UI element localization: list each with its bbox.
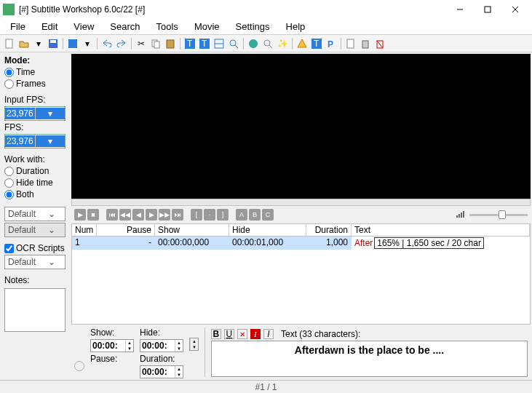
svg-line-18 bbox=[235, 45, 238, 48]
color-button[interactable]: I bbox=[250, 329, 261, 339]
show-field[interactable]: 00:00:▲▼ bbox=[90, 339, 134, 352]
menu-movie[interactable]: Movie bbox=[187, 20, 227, 33]
menu-settings[interactable]: Settings bbox=[229, 20, 277, 33]
text-counter: Text (33 characters): bbox=[281, 329, 360, 339]
toggle-dropdown-icon[interactable]: ▾ bbox=[81, 37, 94, 50]
italic-button[interactable]: I bbox=[263, 329, 274, 339]
tool-search-icon[interactable] bbox=[261, 37, 274, 50]
paste-icon[interactable] bbox=[164, 37, 177, 50]
ww-duration-radio[interactable]: Duration bbox=[4, 166, 65, 176]
menu-search[interactable]: Search bbox=[103, 20, 147, 33]
down-icon[interactable]: ▼ bbox=[175, 372, 183, 378]
table-row[interactable]: 1 - 00:00:00,000 00:00:01,000 1,000 Afte… bbox=[72, 237, 530, 250]
hide-field[interactable]: 00:00:▲▼ bbox=[140, 339, 183, 352]
fps-combo[interactable]: 23,976▾ bbox=[4, 134, 65, 148]
up-icon[interactable]: ▲ bbox=[125, 340, 133, 346]
redo-icon[interactable] bbox=[115, 37, 128, 50]
tool-zoom-icon[interactable] bbox=[227, 37, 240, 50]
back-icon[interactable]: ◀ bbox=[132, 209, 144, 221]
skip-prev-icon[interactable]: ⏮ bbox=[106, 209, 118, 221]
svg-text:T: T bbox=[314, 39, 319, 49]
col-duration[interactable]: Duration bbox=[306, 224, 352, 236]
tool-del-icon[interactable] bbox=[373, 37, 386, 50]
warning-icon[interactable] bbox=[295, 37, 309, 50]
play-button[interactable]: ▶ bbox=[74, 209, 86, 221]
sync-a-icon[interactable]: A bbox=[236, 209, 247, 221]
mark-mid-icon[interactable]: · bbox=[204, 209, 215, 221]
tool-t2-icon[interactable]: T bbox=[198, 37, 211, 50]
tool-grid-icon[interactable] bbox=[213, 37, 226, 50]
tool-check-icon[interactable] bbox=[247, 37, 260, 50]
col-hide[interactable]: Hide bbox=[229, 224, 306, 236]
col-pause[interactable]: Pause bbox=[97, 224, 155, 236]
menu-tools[interactable]: Tools bbox=[149, 20, 186, 33]
chevron-down-icon[interactable]: ⌄ bbox=[39, 256, 65, 268]
save-icon[interactable] bbox=[47, 37, 60, 50]
rewind-icon[interactable]: ◀◀ bbox=[119, 209, 131, 221]
chevron-down-icon[interactable]: ⌄ bbox=[39, 208, 65, 220]
open-icon[interactable] bbox=[17, 37, 31, 50]
down-icon[interactable]: ▼ bbox=[190, 344, 198, 350]
ffwd-icon[interactable]: ▶▶ bbox=[159, 209, 170, 221]
maximize-button[interactable] bbox=[474, 1, 501, 17]
status-text: #1 / 1 bbox=[255, 382, 277, 392]
skip-next-icon[interactable]: ⏭ bbox=[172, 209, 183, 221]
sync-c-icon[interactable]: C bbox=[262, 209, 274, 221]
copy-icon[interactable] bbox=[149, 37, 162, 50]
tool-bin-icon[interactable] bbox=[359, 37, 372, 50]
tool-t3-icon[interactable]: T bbox=[310, 37, 323, 50]
up-icon[interactable]: ▲ bbox=[190, 338, 198, 344]
new-icon[interactable] bbox=[3, 37, 16, 50]
undo-icon[interactable] bbox=[100, 37, 114, 50]
strike-button[interactable]: ✕ bbox=[237, 329, 247, 339]
video-preview[interactable] bbox=[71, 54, 531, 199]
col-num[interactable]: Num bbox=[72, 224, 97, 236]
col-text[interactable]: Text bbox=[352, 224, 530, 236]
mark-end-icon[interactable]: ] bbox=[217, 209, 229, 221]
ww-hide-radio[interactable]: Hide time bbox=[4, 178, 65, 188]
tool-wand-icon[interactable]: ✨ bbox=[276, 37, 289, 50]
up-icon[interactable]: ▲ bbox=[175, 340, 183, 346]
notes-box[interactable] bbox=[4, 288, 65, 332]
ww-both-radio[interactable]: Both bbox=[4, 189, 65, 199]
tool-doc-icon[interactable] bbox=[344, 37, 357, 50]
volume-slider[interactable] bbox=[469, 214, 528, 216]
time-slider[interactable] bbox=[71, 199, 531, 206]
menu-help[interactable]: Help bbox=[279, 20, 313, 33]
mode-time-radio[interactable]: Time bbox=[4, 67, 65, 77]
underline-button[interactable]: U bbox=[224, 329, 234, 339]
duration-field[interactable]: 00:00:▲▼ bbox=[140, 365, 183, 378]
input-fps-combo[interactable]: 23,976▾ bbox=[4, 106, 65, 121]
toggle-icon[interactable] bbox=[66, 37, 79, 50]
workwith-label: Work with: bbox=[4, 154, 65, 164]
menu-file[interactable]: File bbox=[3, 20, 33, 33]
chevron-down-icon[interactable]: ▾ bbox=[35, 135, 65, 147]
down-icon[interactable]: ▼ bbox=[175, 346, 183, 352]
svg-rect-10 bbox=[167, 40, 174, 48]
status-bar: #1 / 1 bbox=[0, 380, 532, 393]
tool-p-icon[interactable]: P bbox=[325, 37, 338, 50]
cut-icon[interactable]: ✂ bbox=[135, 37, 148, 50]
col-show[interactable]: Show bbox=[155, 224, 229, 236]
ocr-checkbox[interactable]: OCR Scripts bbox=[4, 243, 65, 253]
ocr-combo[interactable]: Default⌄ bbox=[4, 255, 65, 269]
menu-edit[interactable]: Edit bbox=[34, 20, 65, 33]
grid-body[interactable]: 1 - 00:00:00,000 00:00:01,000 1,000 Afte… bbox=[71, 237, 531, 325]
fwd-icon[interactable]: ▶ bbox=[146, 209, 157, 221]
chevron-down-icon[interactable]: ▾ bbox=[35, 108, 65, 119]
mark-start-icon[interactable]: [ bbox=[191, 209, 202, 221]
tool-t1-icon[interactable]: T bbox=[183, 37, 196, 50]
open-dropdown-icon[interactable]: ▾ bbox=[32, 37, 45, 50]
down-icon[interactable]: ▼ bbox=[125, 346, 133, 352]
bold-button[interactable]: B bbox=[211, 329, 221, 339]
sync-b-icon[interactable]: B bbox=[249, 209, 261, 221]
mode-frames-radio[interactable]: Frames bbox=[4, 79, 65, 89]
close-button[interactable] bbox=[501, 1, 529, 17]
show-label: Show: bbox=[90, 328, 134, 338]
subtitle-text-input[interactable]: Afterdawn is the place to be .... bbox=[211, 341, 528, 377]
menu-view[interactable]: View bbox=[66, 20, 101, 33]
charset-combo[interactable]: Default⌄ bbox=[4, 207, 65, 221]
stop-button[interactable]: ■ bbox=[87, 209, 99, 221]
up-icon[interactable]: ▲ bbox=[175, 366, 183, 372]
minimize-button[interactable] bbox=[446, 1, 474, 17]
